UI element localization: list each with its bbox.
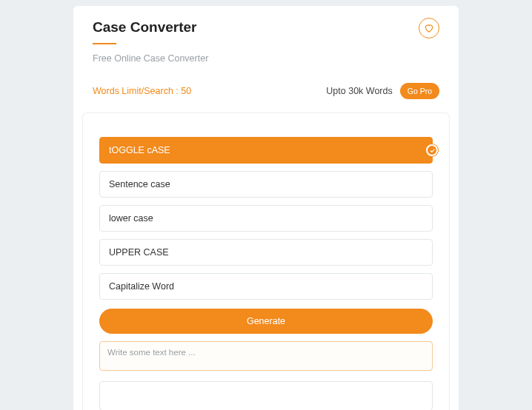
tool-page: Case Converter Free Online Case Converte… <box>73 6 459 410</box>
go-pro-button[interactable]: Go Pro <box>400 83 439 99</box>
case-option[interactable]: tOGGLE cASE <box>99 137 433 164</box>
title-underline <box>93 43 116 44</box>
case-option[interactable]: Sentence case <box>99 171 433 198</box>
page-subtitle: Free Online Case Converter <box>93 53 439 64</box>
case-options: tOGGLE cASESentence caselower caseUPPER … <box>99 137 433 300</box>
text-input[interactable] <box>99 341 433 371</box>
header: Case Converter Free Online Case Converte… <box>73 19 459 64</box>
heart-icon <box>424 23 434 33</box>
favorite-button[interactable] <box>419 18 439 38</box>
case-option-label: UPPER CASE <box>109 247 169 258</box>
case-option[interactable]: UPPER CASE <box>99 239 433 266</box>
page-title: Case Converter <box>93 19 439 36</box>
case-option[interactable]: Capitalize Word <box>99 273 433 300</box>
limits-bar: Words Limit/Search : 50 Upto 30k Words G… <box>73 83 459 99</box>
generate-button[interactable]: Generate <box>99 309 433 334</box>
word-limit-text: Words Limit/Search : 50 <box>93 86 191 96</box>
tool-card: tOGGLE cASESentence caselower caseUPPER … <box>82 112 450 410</box>
check-icon <box>426 144 438 156</box>
output-box <box>99 381 433 410</box>
case-option[interactable]: lower case <box>99 205 433 232</box>
case-option-label: tOGGLE cASE <box>109 145 170 155</box>
pro-offer: Upto 30k Words Go Pro <box>326 83 439 99</box>
upto-words-text: Upto 30k Words <box>326 86 392 96</box>
case-option-label: Sentence case <box>109 179 170 189</box>
case-option-label: Capitalize Word <box>109 281 174 292</box>
case-option-label: lower case <box>109 213 153 224</box>
